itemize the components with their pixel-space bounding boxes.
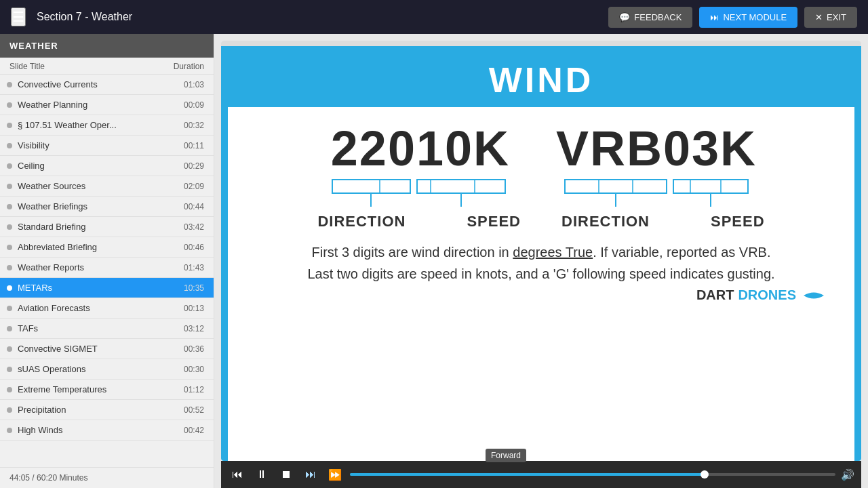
item-left: Weather Planning <box>7 100 87 110</box>
item-left: Convective Currents <box>7 79 98 89</box>
item-duration: 03:42 <box>184 222 204 232</box>
item-duration: 03:12 <box>184 324 204 333</box>
feedback-button[interactable]: 💬 FEEDBACK <box>608 7 692 28</box>
sidebar-item[interactable]: Visibility 00:11 <box>0 136 214 156</box>
item-left: High Winds <box>7 425 62 435</box>
stop-button[interactable]: ⏹ <box>277 465 296 484</box>
item-label: Weather Reports <box>18 262 84 272</box>
main-layout: WEATHER Slide Title Duration Convective … <box>0 34 868 488</box>
sidebar-item[interactable]: sUAS Operations 00:30 <box>0 359 214 380</box>
item-label: Weather Briefings <box>18 201 87 211</box>
item-left: sUAS Operations <box>7 364 85 374</box>
forward-tooltip: Forward <box>486 449 526 462</box>
logo-drone-icon <box>800 288 827 303</box>
slide-progress-bar <box>221 41 861 46</box>
sidebar-item[interactable]: Ceiling 00:29 <box>0 156 214 176</box>
skip-forward-button[interactable]: ⏭ <box>301 465 320 484</box>
item-left: Weather Sources <box>7 181 85 191</box>
item-left: Convective SIGMET <box>7 344 98 354</box>
sidebar-item[interactable]: Weather Planning 00:09 <box>0 95 214 115</box>
item-duration: 00:32 <box>184 121 204 130</box>
sidebar-item[interactable]: Weather Reports 01:43 <box>0 258 214 278</box>
wind-code-block-1: 22010K <box>326 121 515 210</box>
item-duration: 00:29 <box>184 161 204 171</box>
item-left: Visibility <box>7 140 50 150</box>
slide-container: WIND 22010K <box>221 41 861 461</box>
item-label: Convective Currents <box>18 79 98 89</box>
item-label: METARs <box>18 283 52 293</box>
item-dot <box>7 346 12 352</box>
item-dot <box>7 123 12 128</box>
item-left: Standard Briefing <box>7 222 85 232</box>
item-duration: 00:11 <box>184 141 204 150</box>
wind-all-labels: DIRECTION SPEED DIRECTION SPEED <box>317 213 764 230</box>
slide-title: WIND <box>489 60 594 100</box>
forward-button[interactable]: ⏩ <box>326 465 344 484</box>
progress-fill <box>350 473 705 476</box>
sidebar-item[interactable]: § 107.51 Weather Oper... 00:32 <box>0 115 214 136</box>
sidebar-item[interactable]: TAFs 03:12 <box>0 319 214 339</box>
sidebar-item[interactable]: Abbreviated Briefing 00:46 <box>0 237 214 258</box>
slide-content: WIND 22010K <box>221 46 861 461</box>
sidebar: WEATHER Slide Title Duration Convective … <box>0 34 214 488</box>
bracket-svg-2 <box>558 176 755 210</box>
item-dot <box>7 82 12 87</box>
item-label: Standard Briefing <box>18 222 85 232</box>
item-duration: 00:42 <box>184 426 204 435</box>
wind-labels-2: DIRECTION SPEED <box>561 213 765 230</box>
item-left: Extreme Temperatures <box>7 384 106 394</box>
sidebar-item[interactable]: Extreme Temperatures 01:12 <box>0 380 214 400</box>
item-dot <box>7 306 12 311</box>
skip-back-button[interactable]: ⏮ <box>228 465 247 484</box>
dart-drones-logo: DARTDRONES <box>690 285 834 308</box>
item-left: Precipitation <box>7 405 66 415</box>
degrees-true-text: degrees True <box>513 245 593 260</box>
hamburger-menu[interactable]: ☰ <box>11 7 26 26</box>
item-dot <box>7 285 12 291</box>
feedback-icon: 💬 <box>619 12 630 22</box>
item-label: Visibility <box>18 140 50 150</box>
item-duration: 01:03 <box>184 80 204 89</box>
sidebar-item[interactable]: Weather Briefings 00:44 <box>0 197 214 217</box>
sidebar-item[interactable]: Precipitation 00:52 <box>0 400 214 420</box>
sidebar-item[interactable]: High Winds 00:42 <box>0 420 214 441</box>
sidebar-items: Convective Currents 01:03 Weather Planni… <box>0 75 214 467</box>
item-duration: 00:46 <box>184 243 204 252</box>
wind-labels-1: DIRECTION SPEED <box>317 213 521 230</box>
sidebar-item[interactable]: Standard Briefing 03:42 <box>0 217 214 237</box>
item-label: Weather Sources <box>18 181 85 191</box>
item-duration: 00:44 <box>184 202 204 211</box>
wind-code-1: 22010K <box>331 121 510 176</box>
item-dot <box>7 326 12 331</box>
controls-bar: Forward ⏮ ⏸ ⏹ ⏭ ⏩ 🔊 <box>221 461 861 488</box>
item-duration: 01:12 <box>184 385 204 394</box>
progress-track[interactable] <box>350 473 835 476</box>
sidebar-item[interactable]: Convective SIGMET 00:36 <box>0 339 214 359</box>
item-left: TAFs <box>7 323 38 333</box>
item-duration: 02:09 <box>184 182 204 191</box>
section-title: Section 7 - Weather <box>37 11 132 23</box>
item-dot <box>7 428 12 433</box>
svg-rect-0 <box>332 180 410 193</box>
item-duration: 10:35 <box>184 283 204 293</box>
item-label: Weather Planning <box>18 100 87 110</box>
next-icon: ⏭ <box>710 12 719 22</box>
item-dot <box>7 407 12 413</box>
item-duration: 00:30 <box>184 365 204 374</box>
item-label: High Winds <box>18 425 62 435</box>
sidebar-item[interactable]: METARs 10:35 <box>0 278 214 298</box>
sidebar-item[interactable]: Aviation Forecasts 00:13 <box>0 298 214 319</box>
exit-button[interactable]: ✕ EXIT <box>804 7 857 28</box>
item-label: Aviation Forecasts <box>18 303 90 313</box>
progress-thumb <box>701 470 709 479</box>
sidebar-item[interactable]: Convective Currents 01:03 <box>0 75 214 95</box>
pause-button[interactable]: ⏸ <box>252 465 271 484</box>
next-module-button[interactable]: ⏭ NEXT MODULE <box>699 7 797 28</box>
sidebar-item[interactable]: Weather Sources 02:09 <box>0 176 214 197</box>
item-label: § 107.51 Weather Oper... <box>18 120 117 130</box>
volume-button[interactable]: 🔊 <box>841 468 854 481</box>
item-left: § 107.51 Weather Oper... <box>7 120 117 130</box>
item-duration: 01:43 <box>184 263 204 272</box>
item-left: Ceiling <box>7 161 45 171</box>
bracket-svg-1 <box>326 176 515 210</box>
